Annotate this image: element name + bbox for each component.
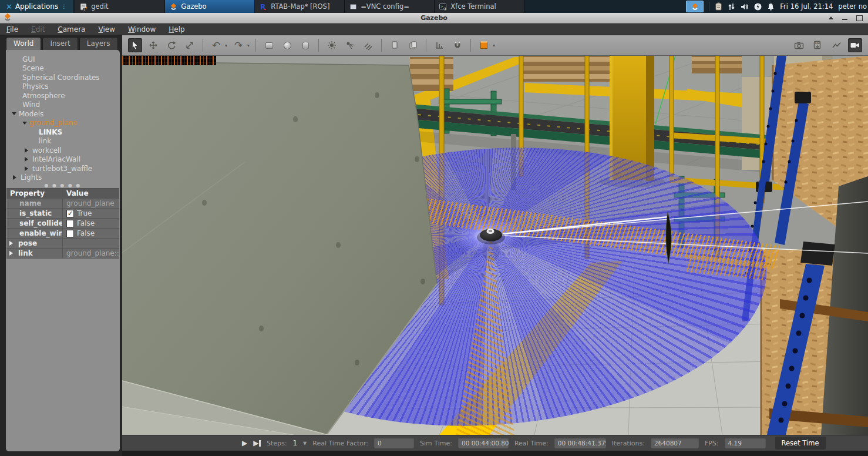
view-angle-dropdown-caret[interactable]: ▾ (493, 43, 495, 48)
gazebo-3d-scene[interactable] (122, 56, 868, 435)
tree-item-scene[interactable]: Scene (6, 64, 120, 73)
reset-time-button[interactable]: Reset Time (775, 437, 826, 450)
tree-item-turtlebot3-waffle[interactable]: turtlebot3_waffle (6, 164, 120, 173)
window-bottom-border (122, 451, 868, 456)
paste-button[interactable] (406, 38, 420, 52)
align-tool-button[interactable] (432, 38, 446, 52)
tree-item-physics[interactable]: Physics (6, 82, 120, 92)
tree-item-atmosphere[interactable]: Atmosphere (6, 91, 120, 100)
real-time-field[interactable]: 00 00:48:41.375 (554, 438, 606, 448)
tree-item-models[interactable]: Models (6, 109, 120, 119)
tree-item-link[interactable]: link (6, 137, 120, 146)
expander-icon[interactable] (25, 148, 31, 153)
tab-layers[interactable]: Layers (79, 37, 118, 50)
gazebo-tray-icon[interactable] (686, 1, 704, 12)
shade-button[interactable] (828, 15, 834, 21)
tab-world[interactable]: World (6, 37, 41, 50)
video-record-button[interactable] (848, 38, 862, 52)
screenshot-camera-button[interactable] (792, 38, 806, 52)
undo-dropdown-caret[interactable]: ▾ (225, 43, 227, 48)
snap-magnet-button[interactable] (450, 38, 465, 52)
expander-icon[interactable] (25, 166, 31, 171)
iterations-field[interactable]: 2640807 (651, 438, 699, 448)
is-static-checkbox[interactable]: ✓ (66, 210, 74, 217)
menu-file[interactable]: File (0, 24, 25, 35)
insert-box-button[interactable] (262, 38, 276, 52)
concrete-wall[interactable] (122, 62, 437, 435)
fps-field[interactable]: 4.19 (725, 438, 766, 448)
network-arrows-icon[interactable] (728, 3, 735, 11)
insert-cylinder-button[interactable] (298, 38, 312, 52)
menu-help[interactable]: Help (162, 24, 191, 35)
notification-bell-icon[interactable] (767, 3, 775, 11)
copy-button[interactable] (388, 38, 402, 52)
scale-tool-button[interactable] (183, 38, 197, 52)
tree-item-gui[interactable]: GUI (6, 55, 120, 64)
property-row-link[interactable]: link ground_plane::link (6, 249, 119, 259)
spot-light-button[interactable] (343, 38, 357, 52)
rotate-tool-button[interactable] (164, 38, 179, 52)
property-row-is-static[interactable]: is_static ✓True (6, 209, 119, 219)
expander-icon[interactable] (9, 241, 15, 246)
play-button[interactable]: ▶ (242, 439, 247, 447)
expander-icon[interactable] (13, 175, 19, 180)
expander-icon[interactable] (12, 112, 16, 118)
directional-light-button[interactable] (361, 38, 375, 52)
taskbar-window-gedit[interactable]: 2 gedit (75, 0, 165, 13)
tree-item-spherical-coordinates[interactable]: Spherical Coordinates (6, 73, 120, 82)
self-collide-checkbox[interactable] (66, 220, 74, 227)
property-row-enable-wind[interactable]: enable_wind False (6, 229, 119, 239)
tree-item-links[interactable]: LINKS (6, 128, 120, 137)
select-tool-button[interactable] (128, 38, 142, 52)
turtlebot3-waffle-robot[interactable] (477, 229, 505, 261)
minimize-button[interactable] (842, 15, 848, 21)
sim-time-field[interactable]: 00 00:44:00.807 (458, 438, 509, 448)
tree-item-lights[interactable]: Lights (6, 173, 120, 183)
taskbar-window-rtabmap[interactable]: R RTAB-Map* [ROS] (255, 0, 345, 13)
applications-menu-button[interactable]: ✕ Applications ⋮ (0, 0, 73, 13)
translate-tool-button[interactable] (146, 38, 160, 52)
property-row-name[interactable]: name ground_plane (6, 199, 119, 209)
tree-item-intelariacwall[interactable]: IntelAriacWall (6, 155, 120, 165)
enable-wind-checkbox[interactable] (66, 230, 74, 237)
expander-icon[interactable] (22, 122, 27, 127)
plot-window-button[interactable] (829, 38, 843, 52)
rtf-field[interactable]: 0 (374, 438, 414, 448)
tab-insert[interactable]: Insert (42, 37, 78, 50)
fps-label: FPS: (705, 440, 719, 447)
thin-obstacle[interactable] (666, 212, 671, 264)
tree-item-workcell[interactable]: workcell (6, 146, 120, 155)
view-angle-button[interactable] (477, 38, 491, 52)
gazebo-window-titlebar[interactable]: Gazebo (0, 13, 868, 24)
undo-button[interactable]: ↶ (209, 38, 223, 52)
expander-icon[interactable] (25, 157, 31, 162)
volume-icon[interactable] (741, 3, 749, 11)
property-row-pose[interactable]: pose (6, 239, 119, 249)
steps-spinner-caret[interactable]: ▼ (303, 441, 307, 446)
menu-view[interactable]: View (92, 24, 121, 35)
taskbar-window-xfce-terminal[interactable]: >_4 Xfce Terminal (435, 0, 524, 13)
insert-sphere-button[interactable] (280, 38, 294, 52)
redo-dropdown-caret[interactable]: ▾ (247, 43, 250, 48)
steps-value[interactable]: 1 (292, 439, 297, 447)
step-button[interactable]: ▶ (253, 439, 261, 447)
clock[interactable]: Fri 16 Jul, 21:14 (780, 2, 833, 11)
tree-item-wind[interactable]: Wind (6, 100, 120, 110)
taskbar-window-vnc-config[interactable]: =VNC config= (345, 0, 435, 13)
menu-edit[interactable]: Edit (25, 24, 51, 35)
power-manager-icon[interactable] (754, 3, 762, 11)
menu-camera[interactable]: Camera (51, 24, 92, 35)
taskbar-window-gazebo[interactable]: Gazebo (165, 0, 255, 13)
panel-splitter-handle[interactable]: ● ● ● ● ● (6, 182, 120, 188)
point-light-button[interactable] (325, 38, 339, 52)
property-row-self-collide[interactable]: self_collide False (6, 219, 119, 229)
maximize-button[interactable] (856, 15, 862, 21)
menu-window[interactable]: Window (122, 24, 162, 35)
expander-icon[interactable] (9, 251, 15, 256)
log-record-button[interactable]: LOG (810, 38, 825, 52)
clipboard-icon[interactable] (715, 2, 722, 11)
window-title: Gazebo (0, 14, 868, 22)
redo-button[interactable]: ↷ (231, 38, 245, 52)
svg-text:4: 4 (445, 8, 446, 11)
tree-item-ground-plane[interactable]: ground_plane (6, 119, 120, 128)
